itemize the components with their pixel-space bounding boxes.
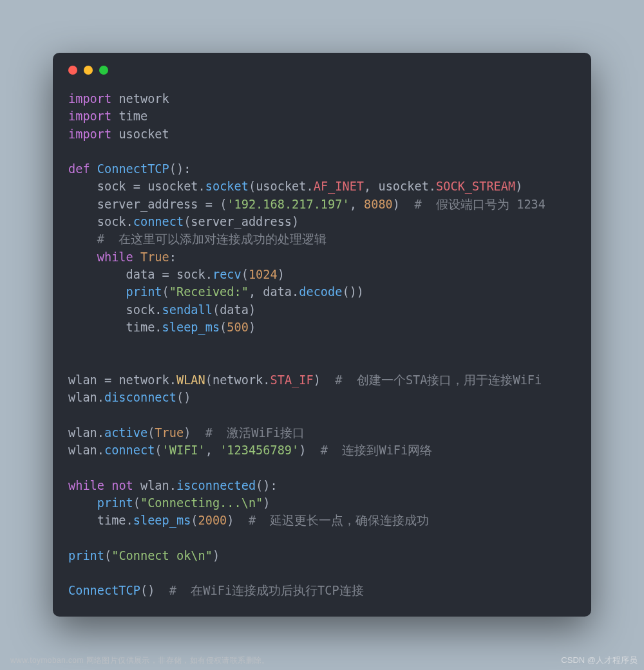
kw-def: def bbox=[68, 162, 90, 176]
fn-connecttcp: ConnectTCP bbox=[97, 162, 169, 176]
footer-watermark: CSDN @人才程序员 bbox=[561, 655, 638, 666]
window-traffic-lights bbox=[53, 53, 591, 75]
code-window: import network import time import usocke… bbox=[53, 53, 591, 617]
kw-import: import bbox=[68, 92, 111, 106]
footer-disclaimer: www.toymoban.com 网络图片仅供展示，非存储，如有侵权请联系删除。 bbox=[10, 655, 270, 666]
zoom-icon[interactable] bbox=[99, 66, 108, 75]
close-icon[interactable] bbox=[68, 66, 77, 75]
minimize-icon[interactable] bbox=[84, 66, 93, 75]
code-block: import network import time import usocke… bbox=[53, 75, 591, 617]
mod-network: network bbox=[118, 92, 169, 106]
